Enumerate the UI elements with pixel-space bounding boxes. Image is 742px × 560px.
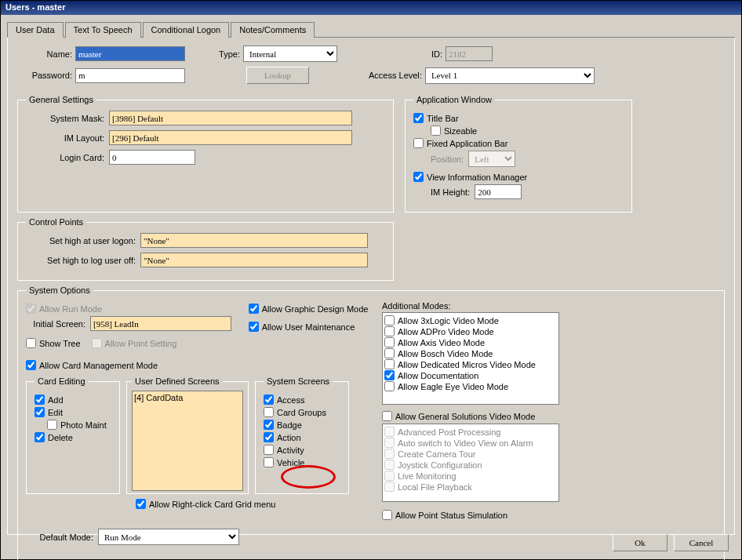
initial-screen-label: Initial Screen: <box>26 319 85 329</box>
gensol-item: Create Camera Tour <box>384 449 557 459</box>
ss-cardgroups-checkbox[interactable]: Card Groups <box>264 407 340 417</box>
allow-rightclick-checkbox[interactable]: Allow Right-click Card Grid menu <box>136 499 371 509</box>
fixed-bar-checkbox[interactable]: Fixed Application Bar <box>413 138 624 148</box>
im-layout-label: IM Layout: <box>26 133 104 143</box>
gensol-item: Advanced Post Processing <box>384 427 557 437</box>
user-defined-screens-group: User Defined Screens [4] CardData <box>126 376 249 494</box>
general-settings-group: General Settings System Mask: IM Layout:… <box>17 95 394 213</box>
set-high-logon-label: Set high at user logon: <box>26 236 136 245</box>
users-window: Users - master User Data Text To Speech … <box>0 0 742 560</box>
gensol-item: Live Monitoring <box>384 471 557 481</box>
system-mask-input[interactable] <box>109 111 352 125</box>
addmode-item[interactable]: Allow ADPro Video Mode <box>384 326 557 336</box>
card-editing-legend: Card Editing <box>35 376 89 386</box>
additional-modes-label: Additional Modes: <box>382 301 559 311</box>
application-window-legend: Application Window <box>413 95 495 104</box>
system-options-group: System Options Allow Run Mode Initial Sc… <box>17 285 725 560</box>
addmode-item[interactable]: Allow Dedicated Micros Video Mode <box>384 359 557 369</box>
lookup-button: Lookup <box>246 67 309 84</box>
addmode-item[interactable]: Allow Documentation <box>384 370 557 380</box>
name-label: Name: <box>17 49 72 59</box>
view-im-checkbox[interactable]: View Information Manager <box>413 172 624 182</box>
user-defined-screens-legend: User Defined Screens <box>132 376 223 386</box>
tab-notes[interactable]: Notes/Comments <box>231 22 315 38</box>
password-label: Password: <box>17 71 72 80</box>
position-select: Left <box>468 151 515 167</box>
allow-graphic-design-checkbox[interactable]: Allow Graphic Design Mode <box>249 304 371 314</box>
position-label: Position: <box>431 155 464 164</box>
gensol-item: Joystick Configuration <box>384 460 557 470</box>
addmode-item[interactable]: Allow Axis Video Mode <box>384 337 557 347</box>
ss-vehicle-checkbox[interactable]: Vehicle <box>264 457 340 467</box>
show-tree-checkbox[interactable]: Show Tree <box>26 338 81 348</box>
allow-user-maint-checkbox[interactable]: Allow User Maintenance <box>249 322 371 332</box>
id-label: ID: <box>431 49 442 59</box>
gensol-listbox: Advanced Post ProcessingAuto switch to V… <box>382 424 559 502</box>
addmode-item[interactable]: Allow Bosch Video Mode <box>384 348 557 358</box>
uds-listbox[interactable]: [4] CardData <box>132 391 243 491</box>
id-input <box>446 46 493 61</box>
ok-button[interactable]: Ok <box>613 534 667 551</box>
control-points-legend: Control Points <box>26 217 86 227</box>
cancel-button[interactable]: Cancel <box>674 534 729 551</box>
im-layout-input[interactable] <box>109 130 352 145</box>
allow-gensol-checkbox[interactable]: Allow General Solutions Video Mode <box>382 411 559 421</box>
tab-user-data[interactable]: User Data <box>7 22 64 38</box>
tab-conditional-logon[interactable]: Conditional Logon <box>143 22 230 38</box>
initial-screen-input[interactable] <box>90 316 231 331</box>
window-content: User Data Text To Speech Conditional Log… <box>1 15 741 559</box>
general-settings-legend: General Settings <box>26 95 96 104</box>
system-screens-legend: System Screens <box>264 376 333 386</box>
ss-action-checkbox[interactable]: Action <box>264 432 340 442</box>
login-card-input[interactable] <box>109 150 195 165</box>
set-high-logon-input[interactable] <box>140 233 368 248</box>
set-high-logoff-input[interactable] <box>140 253 368 267</box>
ss-activity-checkbox[interactable]: Activity <box>264 445 340 455</box>
im-height-input[interactable] <box>475 184 522 199</box>
system-screens-group: System Screens Access Card Groups Badge … <box>255 376 349 494</box>
im-height-label: IM Height: <box>431 187 470 197</box>
tab-panel-user-data: Name: Type: Internal ID: Password: <box>7 38 735 535</box>
gensol-item: Local File Playback <box>384 482 557 492</box>
addmode-item[interactable]: Allow Eagle Eye Video Mode <box>384 381 557 391</box>
ss-access-checkbox[interactable]: Access <box>264 395 340 405</box>
application-window-group: Application Window Title Bar Sizeable Fi… <box>405 95 632 213</box>
password-input[interactable] <box>75 68 185 83</box>
tab-tts[interactable]: Text To Speech <box>65 22 141 38</box>
system-options-legend: System Options <box>26 285 93 295</box>
addmode-item[interactable]: Allow 3xLogic Video Mode <box>384 315 557 325</box>
ss-badge-checkbox[interactable]: Badge <box>264 420 340 430</box>
control-points-group: Control Points Set high at user logon: S… <box>17 217 394 281</box>
allow-point-sim-checkbox[interactable]: Allow Point Status Simulation <box>382 510 559 520</box>
allow-card-mgmt-checkbox[interactable]: Allow Card Management Mode <box>26 360 371 370</box>
login-card-label: Login Card: <box>26 153 104 162</box>
photo-maint-checkbox[interactable]: Photo Maint <box>47 420 111 430</box>
default-mode-select[interactable]: Run Mode <box>98 529 239 545</box>
dialog-buttons: Ok Cancel <box>613 534 729 551</box>
default-mode-label: Default Mode: <box>26 533 93 542</box>
allow-run-mode-checkbox: Allow Run Mode <box>26 304 233 314</box>
window-titlebar: Users - master <box>1 1 741 15</box>
set-high-logoff-label: Set high to log user off: <box>26 256 136 265</box>
system-mask-label: System Mask: <box>26 114 104 123</box>
add-checkbox[interactable]: Add <box>35 395 111 405</box>
edit-checkbox[interactable]: Edit <box>35 407 111 417</box>
allow-point-setting-checkbox: Allow Point Setting <box>92 338 177 348</box>
titlebar-checkbox[interactable]: Title Bar <box>413 113 624 123</box>
card-editing-group: Card Editing Add Edit Photo Maint Delete <box>26 376 120 494</box>
type-label: Type: <box>209 49 240 59</box>
name-input[interactable] <box>75 46 185 61</box>
additional-modes-listbox[interactable]: Allow 3xLogic Video ModeAllow ADPro Vide… <box>382 312 559 405</box>
access-select[interactable]: Level 1 <box>425 67 595 84</box>
gensol-item: Auto switch to Video View on Alarm <box>384 438 557 448</box>
tabs-row: User Data Text To Speech Conditional Log… <box>7 21 735 38</box>
delete-checkbox[interactable]: Delete <box>35 432 111 442</box>
sizeable-checkbox[interactable]: Sizeable <box>431 125 624 136</box>
access-label: Access Level: <box>369 71 422 80</box>
type-select[interactable]: Internal <box>243 45 337 62</box>
uds-item[interactable]: [4] CardData <box>134 393 241 402</box>
